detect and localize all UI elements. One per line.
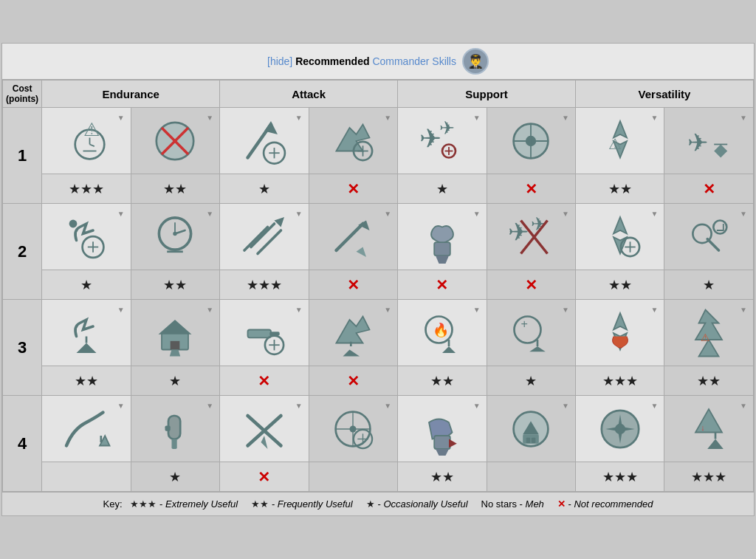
skill-1-5[interactable]: ▼ ✈ ✈ [398,108,487,174]
skill-1-8[interactable]: ▼ ✈ [664,108,754,174]
skill-3-5[interactable]: ▼ 🔥 [398,300,487,366]
skill-4-4[interactable]: ▼ [309,396,397,462]
key-frequently: ★★ [251,498,269,510]
rating-3-4: ✕ [309,366,397,396]
skills-table: Cost(points) Endurance Attack Support Ve… [2,80,754,492]
svg-point-59 [714,220,727,233]
skill-4-2[interactable]: ▼ [131,396,219,462]
skill-icon [326,306,379,360]
skill-1-2[interactable]: ▼ [131,108,219,174]
rating-2-1: ★ [42,270,131,300]
skill-icon [594,306,647,360]
chevron-icon: ▼ [295,306,303,314]
svg-text:⚠: ⚠ [608,135,622,151]
skill-4-8[interactable]: ▼ ↓ [664,396,754,462]
rating-2-2: ★★ [131,270,219,300]
skill-icon [594,402,647,456]
rating-2-6: ✕ [487,270,575,300]
rating-3-1: ★★ [42,366,131,396]
svg-text:⚠: ⚠ [83,118,99,139]
skill-4-5[interactable]: ▼ [398,396,487,462]
category-support: Support [398,80,576,108]
chevron-icon: ▼ [295,210,303,218]
rating-3-6: ★ [487,366,575,396]
svg-line-58 [707,239,718,250]
skill-3-6[interactable]: ▼ + [487,300,575,366]
skill-2-1[interactable]: ▼ [42,204,131,270]
skill-3-7[interactable]: ▼ [576,300,664,366]
header-row: Cost(points) Endurance Attack Support Ve… [3,80,754,108]
row-3-ratings: ★★ ★ ✕ ✕ ★★ ★ ★★★ ★★ [3,366,754,396]
skill-2-5[interactable]: ▼ [398,204,487,270]
skill-icon [148,114,202,168]
skill-icon: + [504,306,557,360]
skill-2-6[interactable]: ▼ ✈ ✈ [487,204,575,270]
rating-1-6: ✕ [487,174,575,204]
chevron-icon: ▼ [117,306,125,314]
chevron-icon: ▼ [384,210,391,218]
rating-2-7: ★★ [576,270,664,300]
skill-icon [148,402,202,456]
svg-rect-66 [247,329,271,337]
cost-3: 3 [3,300,42,396]
skill-4-1[interactable]: ▼ [42,396,131,462]
header: [hide] Recommended Commander Skills 👨‍✈️ [2,44,754,80]
skill-3-4[interactable]: ▼ [309,300,397,366]
skill-2-3[interactable]: ▼ [220,204,309,270]
skill-3-8[interactable]: ▼ ⚠ [664,300,754,366]
skill-icon [238,306,291,360]
svg-marker-60 [76,343,96,353]
skill-2-8[interactable]: ▼ [664,204,754,270]
skill-1-3[interactable]: ▼ [220,108,309,174]
skill-1-6[interactable]: ▼ [487,108,575,174]
skill-1-7[interactable]: ▼ ⚠ [576,108,664,174]
svg-marker-47 [436,256,449,264]
skill-4-6[interactable]: ▼ [487,396,575,462]
hide-link[interactable]: [hide] [267,55,292,67]
rating-2-4: ✕ [309,270,397,300]
chevron-icon: ▼ [117,402,125,410]
svg-line-43 [337,224,363,250]
skill-icon [238,114,291,168]
chevron-icon: ▼ [651,402,659,410]
svg-text:🔥: 🔥 [432,321,449,337]
key-nostars: No stars - Meh [481,498,544,510]
skill-3-1[interactable]: ▼ [42,300,131,366]
svg-rect-89 [165,425,171,431]
svg-rect-88 [172,439,177,449]
chevron-icon: ▼ [740,210,747,218]
rating-1-3: ★ [220,174,309,204]
skill-icon [148,306,202,360]
svg-text:+: + [521,316,528,329]
svg-line-40 [251,224,275,247]
skill-icon [416,210,469,264]
skill-icon [594,210,647,264]
skill-icon: ✈ [682,114,735,168]
chevron-icon: ▼ [384,402,391,410]
chevron-icon: ▼ [117,210,125,218]
rating-1-8: ✕ [664,174,754,204]
rating-4-6 [487,462,575,492]
svg-rect-100 [434,436,450,449]
category-endurance: Endurance [42,80,220,108]
row-2-icons: 2 ▼ ▼ [3,204,754,270]
skill-4-3[interactable]: ▼ [220,396,309,462]
skill-3-2[interactable]: ▼ [131,300,219,366]
main-container: [hide] Recommended Commander Skills 👨‍✈️… [1,43,755,516]
skill-2-4[interactable]: ▼ [309,204,397,270]
skill-1-1[interactable]: ▼ ⚠ [42,108,131,174]
skill-2-7[interactable]: ▼ [576,204,664,270]
skill-icon [60,210,113,264]
skill-2-2[interactable]: ▼ [131,204,219,270]
row-4-ratings: ★ ✕ ★★ ★★★ ★★★ [3,462,754,492]
rating-4-5: ★★ [398,462,487,492]
key-row: Key: ★★★ - Extremely Useful ★★ - Frequen… [2,492,754,515]
skill-4-7[interactable]: ▼ [576,396,664,462]
skill-3-3[interactable]: ▼ [220,300,309,366]
chevron-icon: ▼ [651,114,659,122]
category-attack: Attack [220,80,398,108]
skill-icon: ⚠ [594,114,647,168]
rating-2-8: ★ [664,270,754,300]
skill-1-4[interactable]: ▼ [309,108,397,174]
rating-4-4 [309,462,397,492]
